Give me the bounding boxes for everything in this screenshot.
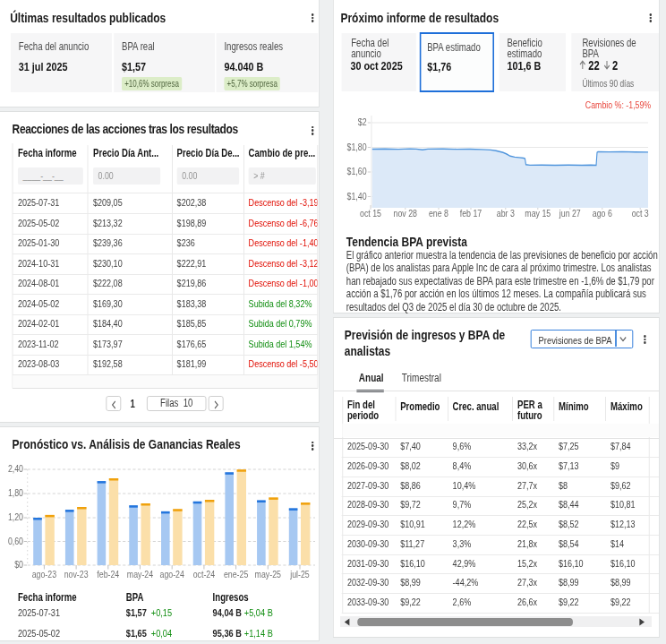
svg-text:may 15: may 15 (525, 208, 551, 219)
svg-text:oct-24: oct-24 (193, 569, 216, 580)
svg-text:1,20: 1,20 (8, 512, 24, 523)
svg-text:ago-23: ago-23 (32, 569, 57, 580)
svg-text:jun 27: jun 27 (559, 208, 581, 219)
svg-text:may-25: may-25 (255, 569, 282, 580)
svg-text:ago 6: ago 6 (593, 208, 612, 219)
svg-text:$2: $2 (358, 117, 367, 128)
svg-text:$1,40: $1,40 (347, 191, 367, 202)
svg-text:ene 8: ene 8 (429, 208, 448, 219)
svg-text:ago-24: ago-24 (160, 569, 185, 580)
svg-text:jul-25: jul-25 (289, 569, 310, 580)
svg-text:$1,60: $1,60 (347, 167, 367, 177)
svg-text:1,80: 1,80 (8, 488, 24, 499)
svg-text:abr 3: abr 3 (497, 208, 515, 219)
svg-text:nov 28: nov 28 (394, 208, 418, 219)
svg-text:nov-23: nov-23 (64, 569, 89, 580)
svg-text:ene-25: ene-25 (224, 569, 249, 580)
svg-text:$0: $0 (14, 560, 23, 571)
svg-text:oct 3: oct 3 (632, 208, 649, 219)
svg-text:feb-24: feb-24 (97, 569, 119, 580)
svg-text:oct 15: oct 15 (360, 208, 381, 219)
svg-text:may-24: may-24 (127, 569, 154, 580)
svg-text:2,40: 2,40 (8, 464, 24, 475)
svg-text:$1,80: $1,80 (347, 142, 367, 152)
svg-text:0,60: 0,60 (8, 536, 24, 546)
svg-text:feb 17: feb 17 (460, 208, 482, 219)
